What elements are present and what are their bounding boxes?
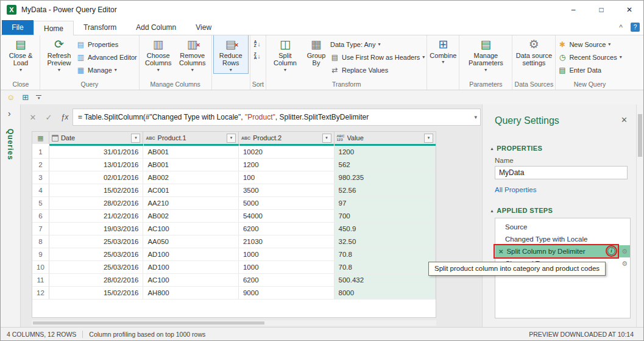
table-cell[interactable]: AD100 — [143, 261, 239, 274]
group-by-button[interactable]: ▦ Group By — [302, 35, 330, 67]
table-cell[interactable]: 21030 — [239, 235, 334, 248]
table-cell[interactable]: 8000 — [334, 287, 436, 300]
delete-step-icon[interactable]: ✕ — [498, 248, 503, 255]
table-cell[interactable]: 54000 — [239, 210, 334, 223]
formula-check-icon[interactable]: ✓ — [41, 113, 57, 122]
table-cell[interactable]: AA210 — [143, 197, 239, 210]
reduce-rows-button[interactable]: ▤✕ Reduce Rows ▾ — [214, 35, 248, 73]
table-cell[interactable]: 500.432 — [334, 274, 436, 287]
column-header-product2[interactable]: ABC Product.2 ▾ — [239, 132, 334, 144]
column-header-product1[interactable]: ABC Product.1 ▾ — [143, 132, 239, 144]
enter-data-button[interactable]: ▤ Enter Data — [557, 65, 621, 75]
table-cell[interactable]: 1000 — [239, 261, 334, 274]
properties-button[interactable]: ▤ Properties — [76, 39, 137, 49]
table-cell[interactable]: 1200 — [334, 146, 436, 159]
table-cell[interactable]: 100 — [239, 171, 334, 184]
table-cell[interactable]: AH800 — [143, 287, 239, 300]
row-number[interactable]: 3 — [32, 171, 49, 184]
tab-home[interactable]: Home — [34, 21, 74, 35]
file-tab[interactable]: File — [2, 20, 34, 35]
table-cell[interactable]: 6200 — [239, 274, 334, 287]
column-header-date[interactable]: Date ▾ — [49, 132, 144, 144]
collapse-ribbon-icon[interactable]: ^ — [619, 23, 623, 32]
table-cell[interactable]: AB001 — [143, 159, 239, 171]
use-first-row-button[interactable]: ▤ Use First Row as Headers ▾ — [330, 52, 425, 62]
applied-steps-section-header[interactable]: ▲APPLIED STEPS — [490, 207, 553, 214]
qat-tool-icon[interactable]: ⊞ — [22, 93, 29, 102]
table-cell[interactable]: 6200 — [239, 223, 334, 235]
table-cell[interactable]: 32.50 — [334, 235, 436, 248]
table-cell[interactable]: AA050 — [143, 235, 239, 248]
data-type-button[interactable]: Data Type: Any ▾ — [330, 39, 425, 49]
table-cell[interactable]: 562 — [334, 159, 436, 171]
step-settings-gear-icon[interactable]: ⚙ — [621, 257, 628, 270]
vertical-scrollbar[interactable] — [636, 104, 643, 327]
advanced-editor-button[interactable]: ▥ Advanced Editor — [76, 52, 137, 62]
filter-icon[interactable]: ▾ — [424, 134, 433, 143]
row-number[interactable]: 9 — [32, 248, 49, 261]
step-changed-type-with-locale[interactable]: Changed Type with Locale — [495, 233, 630, 245]
step-source[interactable]: Source — [495, 221, 630, 233]
column-header-value[interactable]: ABC123 Value ▾ — [334, 132, 436, 144]
query-name-input[interactable] — [495, 166, 628, 179]
table-cell[interactable]: 5000 — [239, 197, 334, 210]
row-number[interactable]: 8 — [32, 235, 49, 248]
table-cell[interactable]: 02/01/2016 — [49, 171, 144, 184]
refresh-preview-button[interactable]: ⟳ Refresh Preview ▾ — [42, 35, 76, 73]
table-cell[interactable]: 25/03/2016 — [49, 235, 144, 248]
table-cell[interactable]: 70.8 — [334, 248, 436, 261]
row-number[interactable]: 12 — [32, 287, 49, 300]
scrollbar-thumb[interactable] — [638, 114, 642, 157]
all-properties-link[interactable]: All Properties — [495, 186, 536, 193]
sort-descending-button[interactable]: ZA ↓ — [252, 51, 263, 61]
row-number[interactable]: 2 — [32, 159, 49, 171]
table-cell[interactable]: AD100 — [143, 248, 239, 261]
table-cell[interactable]: 25/03/2016 — [49, 248, 144, 261]
table-cell[interactable]: AC100 — [143, 274, 239, 287]
fx-icon[interactable]: ƒx — [57, 113, 73, 121]
table-cell[interactable]: 21/02/2016 — [49, 210, 144, 223]
properties-section-header[interactable]: ▲PROPERTIES — [490, 145, 542, 152]
select-all-cell[interactable]: ▦ — [32, 132, 49, 144]
table-cell[interactable]: 31/01/2016 — [49, 146, 144, 159]
close-and-load-button[interactable]: ▤ Close & Load ▾ — [4, 35, 38, 73]
recent-sources-button[interactable]: ◷ Recent Sources ▾ — [557, 52, 621, 62]
new-source-button[interactable]: ✱ New Source ▾ — [557, 39, 621, 49]
sort-ascending-button[interactable]: AZ ↓ — [252, 39, 263, 49]
horizontal-scrollbar[interactable] — [32, 320, 436, 326]
table-cell[interactable]: 450.9 — [334, 223, 436, 235]
row-number[interactable]: 1 — [32, 146, 49, 159]
formula-cancel-icon[interactable]: ✕ — [25, 113, 41, 122]
table-cell[interactable]: 15/02/2016 — [49, 287, 144, 300]
table-cell[interactable]: 1200 — [239, 159, 334, 171]
row-number[interactable]: 11 — [32, 274, 49, 287]
row-number[interactable]: 10 — [32, 261, 49, 274]
table-cell[interactable]: AB002 — [143, 171, 239, 184]
scrollbar-thumb[interactable] — [33, 321, 264, 325]
table-cell[interactable]: 28/02/2016 — [49, 274, 144, 287]
step-info-icon[interactable]: i — [607, 247, 615, 255]
replace-values-button[interactable]: ⇄ Replace Values — [330, 65, 425, 75]
table-cell[interactable]: 15/02/2016 — [49, 184, 144, 197]
manage-parameters-button[interactable]: ▤ Manage Parameters ▾ — [461, 35, 510, 73]
filter-icon[interactable]: ▾ — [131, 134, 140, 143]
send-a-smile-icon[interactable]: ☺ — [7, 93, 15, 102]
table-cell[interactable]: 97 — [334, 197, 436, 210]
table-cell[interactable]: AC001 — [143, 184, 239, 197]
choose-columns-button[interactable]: ▥ Choose Columns ▾ — [141, 35, 175, 73]
row-number[interactable]: 6 — [32, 210, 49, 223]
table-cell[interactable]: 1000 — [239, 248, 334, 261]
row-number[interactable]: 5 — [32, 197, 49, 210]
remove-columns-button[interactable]: ▥✕ Remove Columns ▾ — [175, 35, 210, 73]
formula-input[interactable]: = Table.SplitColumn(#"Changed Type with … — [73, 109, 481, 126]
data-source-settings-button[interactable]: ⚙ Data source settings — [514, 35, 553, 67]
table-cell[interactable]: AC100 — [143, 223, 239, 235]
table-cell[interactable]: 9000 — [239, 287, 334, 300]
tab-add-column[interactable]: Add Column — [126, 20, 186, 35]
help-icon[interactable]: ? — [631, 23, 640, 32]
table-cell[interactable]: 980.235 — [334, 171, 436, 184]
table-cell[interactable]: 3500 — [239, 184, 334, 197]
close-icon[interactable]: ✕ — [615, 1, 643, 19]
table-cell[interactable]: AB001 — [143, 146, 239, 159]
table-cell[interactable]: 19/03/2016 — [49, 223, 144, 235]
